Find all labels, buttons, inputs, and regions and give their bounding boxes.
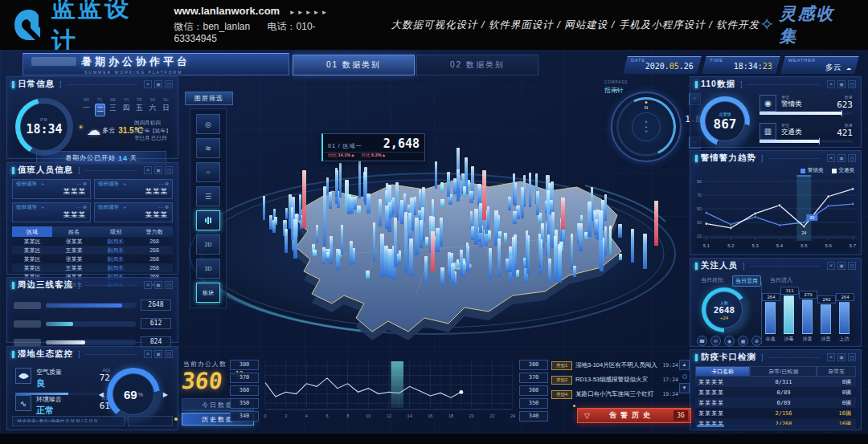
expand-icon[interactable]: ◳ [848, 353, 856, 361]
close-icon[interactable]: ✕ [144, 350, 152, 358]
tab-data-category-2[interactable]: 02 数据类别 [416, 55, 538, 75]
expand-icon[interactable]: ◳ [848, 154, 856, 162]
checkpoint-row[interactable]: 某某某某0/890辆 [695, 387, 856, 397]
close-icon[interactable]: ✕ [827, 80, 835, 88]
duty-leader-card[interactable]: 值班领导▸⋯ ⊗某某某 [12, 202, 91, 222]
expand-icon[interactable]: ◳ [165, 350, 173, 358]
expand-icon[interactable]: ◳ [165, 80, 173, 88]
pin-icon[interactable]: ▣ [154, 350, 162, 358]
checkpoint-column-header[interactable]: 异常车 [817, 366, 856, 377]
star-icon: ✧ [760, 14, 774, 35]
pin-icon[interactable]: ▣ [837, 80, 845, 88]
checkpoint-detected: 0/89 [750, 389, 817, 396]
checkpoint-column-header[interactable]: 卡口名称 [695, 366, 750, 377]
table-row[interactable]: 某某区王某某副局长268 [12, 263, 173, 272]
alert-item[interactable]: 类型2RD13-53烟感报警疑似火灾17:24 [551, 374, 690, 385]
mode-block-button[interactable]: 板块 [196, 283, 220, 303]
layer-filter-title: 图层筛选 [185, 92, 233, 105]
alert-item[interactable]: 类型1湿地3-104片区有不明人员闯入19:24 [551, 360, 690, 371]
week-day[interactable]: FR五 [134, 98, 145, 116]
column-header[interactable]: 姓名 [52, 228, 96, 236]
bar-column[interactable]: 279涉黄 [802, 299, 813, 334]
bottom-black-strip [0, 434, 868, 444]
phone-icon[interactable]: ☎ [697, 336, 707, 346]
table-row[interactable]: 某某区张某某副局长268 [12, 255, 173, 263]
week-day[interactable]: TH四 [121, 98, 132, 116]
duty-leader-card[interactable]: 值班领导▸⋯ ⊗某某某 [12, 179, 91, 199]
alert-item[interactable]: 类型4某路口有小汽车连闯三个红灯19:24 [551, 389, 690, 400]
column-header[interactable]: 警力数 [136, 228, 173, 236]
pin-icon[interactable]: ▣ [837, 353, 845, 361]
location-icon[interactable]: ◎ [196, 114, 220, 134]
close-icon[interactable]: ✕ [827, 353, 835, 361]
week-day[interactable]: SA六 [148, 98, 158, 116]
column-header[interactable]: 区域 [12, 226, 52, 237]
map-bar [468, 180, 470, 188]
close-icon[interactable]: ✕ [827, 262, 835, 270]
table-row[interactable]: 某某区张某某副局长268 [12, 237, 173, 246]
bar-column[interactable]: 264在逃 [765, 302, 776, 334]
pin-icon[interactable]: ▣ [837, 154, 845, 162]
alert-history-button[interactable]: ▽ 告警历史 36 [577, 408, 691, 423]
pin-icon[interactable]: ▣ [837, 262, 845, 270]
mode-3d-button[interactable]: 3D [196, 259, 220, 279]
checkpoint-row[interactable]: 某某某某0/890辆 [695, 397, 856, 408]
bar-column[interactable]: 264上访 [839, 302, 850, 334]
inspiration-collect-button[interactable]: ✧ 灵感收集 [760, 2, 850, 47]
scroll-up-button[interactable]: ▲ [679, 360, 690, 370]
duty-leader-card[interactable]: 值班领导▸⋯ ⊗某某某 [94, 202, 173, 222]
table-scrollbar[interactable] [697, 425, 854, 427]
panel-checkpoint: 防疫卡口检测]✕▣◳ 卡口名称异常/已检测异常车 某某某某0/3110辆某某某某… [690, 349, 862, 430]
expand-icon[interactable]: ◳ [165, 166, 173, 174]
duty-leader-card[interactable]: 值班领导▸⋯ ⊗某某某 [94, 179, 173, 199]
week-day[interactable]: SU日 [161, 98, 171, 116]
gauge-left-arrow[interactable]: ◀ [99, 391, 104, 398]
map-bar [316, 225, 318, 242]
list-icon[interactable]: ☰ [196, 186, 220, 206]
radar-icon[interactable]: ≋ [196, 138, 220, 158]
dot-grid-icon[interactable]: ⁘ [196, 162, 220, 182]
focus-tab[interactable]: 当日冒用 [732, 275, 761, 287]
svg-text:4: 4 [305, 413, 308, 418]
expand-icon[interactable]: ◳ [848, 80, 856, 88]
flow-bar-value: 2648 [141, 299, 171, 311]
checkpoint-row[interactable]: 某某某某0/3110辆 [695, 377, 856, 387]
website-link[interactable]: www.lanlanwork.com [174, 5, 280, 17]
record-icon[interactable]: ◉ [724, 336, 735, 346]
checkpoint-row[interactable]: 某某某某2/15616辆 [695, 408, 856, 418]
close-icon[interactable]: ✕ [144, 80, 152, 88]
bar-column[interactable]: 311涉毒 [784, 295, 794, 334]
bar-value-label: 311 [780, 287, 799, 295]
pin-icon[interactable]: ▣ [154, 166, 162, 174]
checkpoint-column-header[interactable]: 异常/已检测 [750, 366, 817, 377]
focus-tab[interactable]: 当日抓拍 [698, 275, 726, 287]
grid-icon[interactable]: ▦ [738, 336, 748, 346]
checkpoint-row[interactable]: 某某某某2/26816辆 [695, 418, 856, 429]
mode-2d-button[interactable]: 2D [196, 234, 220, 255]
table-cell: 副局长 [96, 255, 136, 263]
week-day[interactable]: TU二 [95, 98, 105, 116]
close-icon[interactable]: ✕ [144, 281, 152, 289]
map-bar [448, 252, 451, 279]
compass-dial[interactable]: N ˄•˅ [611, 92, 682, 162]
week-day[interactable]: WE三 [108, 98, 118, 116]
close-icon[interactable]: ✕ [827, 154, 835, 162]
flow-bar-value: 612 [141, 318, 171, 329]
pin-icon[interactable]: ▣ [154, 80, 162, 88]
table-row[interactable]: 某某区王某某副局长268 [12, 246, 173, 255]
expand-icon[interactable]: ◳ [165, 281, 173, 289]
tab-data-category-1[interactable]: 01 数据类别 [293, 55, 415, 75]
bar-chart-icon[interactable] [196, 210, 220, 230]
column-header[interactable]: 级别 [96, 228, 136, 236]
close-icon[interactable]: ✕ [144, 166, 152, 174]
mail-icon[interactable]: ✉ [710, 336, 721, 346]
expand-icon[interactable]: ◳ [848, 262, 856, 270]
pin-icon[interactable]: ▣ [154, 281, 162, 289]
legend-traffic[interactable]: 交通类 [832, 167, 855, 174]
bar-column[interactable]: 242涉恶 [821, 304, 831, 334]
week-day[interactable]: MO一 [81, 98, 92, 116]
legend-police[interactable]: 警情类 [800, 167, 824, 174]
scroll-down-button[interactable]: ▼ [679, 383, 690, 393]
svg-text:70: 70 [697, 193, 702, 198]
gauge-right-arrow[interactable]: ▶ [163, 391, 168, 398]
